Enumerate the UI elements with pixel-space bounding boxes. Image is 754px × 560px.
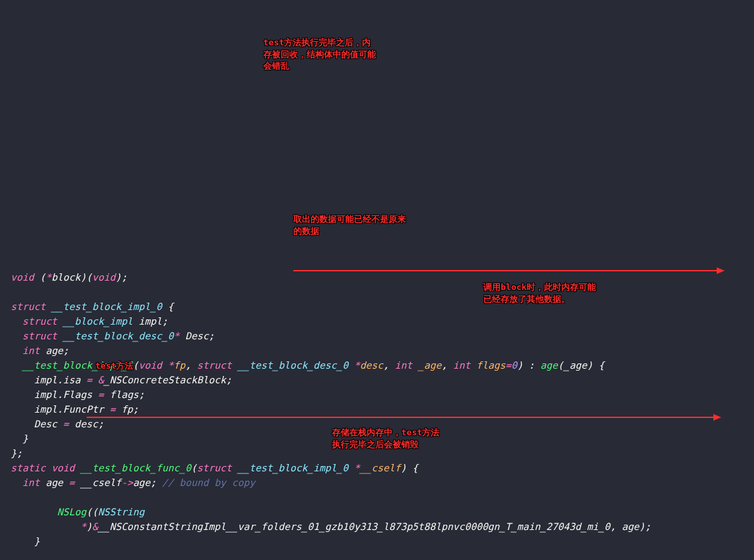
code-line: struct __test_block_desc_0* Desc; <box>11 329 754 343</box>
code-line: int age = __cself->age; // bound by copy <box>11 475 754 490</box>
code-line: } <box>11 534 754 549</box>
code-line: NSLog((NSString <box>11 505 754 519</box>
code-line: void (*block)(void); <box>11 270 754 285</box>
annotation-stale-data: 取出的数据可能已经不是原来的数据 <box>293 213 407 237</box>
code-line: }; <box>11 446 754 461</box>
code-line <box>11 490 754 505</box>
code-line: *)&__NSConstantStringImpl__var_folders_0… <box>11 519 754 534</box>
code-line: impl.FuncPtr = fp; <box>11 402 754 417</box>
code-line: int age; <box>11 343 754 358</box>
code-line <box>11 285 754 299</box>
code-line <box>11 549 754 560</box>
code-line: __test_block_impl_0(void *fp, struct __t… <box>11 358 754 373</box>
code-editor: test方法执行完毕之后，内存被回收，结构体中的值可能会错乱 取出的数据可能已经… <box>0 0 754 560</box>
code-line: struct __test_block_impl_0 { <box>11 299 754 314</box>
code-line: impl.isa = &_NSConcreteStackBlock; <box>11 373 754 387</box>
code-line: } <box>11 431 754 446</box>
code-line: static void __test_block_func_0(struct _… <box>11 461 754 475</box>
code-line: struct __block_impl impl; <box>11 314 754 329</box>
annotation-struct-warning: test方法执行完毕之后，内存被回收，结构体中的值可能会错乱 <box>263 37 377 72</box>
code-line: Desc = desc; <box>11 417 754 431</box>
code-line: impl.Flags = flags; <box>11 387 754 402</box>
